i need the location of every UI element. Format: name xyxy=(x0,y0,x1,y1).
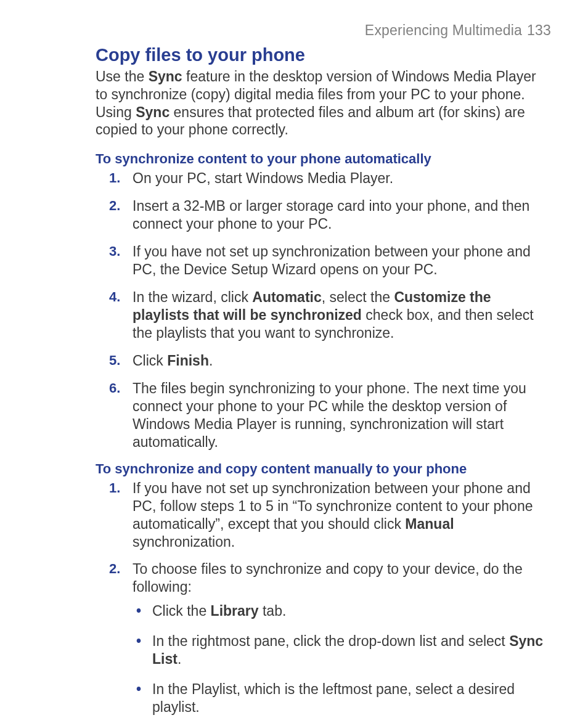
step-item: Insert a 32-MB or larger storage card in… xyxy=(96,197,551,233)
page-title: Copy files to your phone xyxy=(96,45,551,65)
manual-bold: Manual xyxy=(405,516,454,532)
step-text: If you have not set up synchronization b… xyxy=(133,243,531,277)
bullet-text: tab. xyxy=(259,603,287,619)
intro-sync-bold: Sync xyxy=(149,68,182,84)
bullet-item: In the rightmost pane, click the drop-do… xyxy=(133,632,551,668)
intro-sync-bold-2: Sync xyxy=(136,104,169,120)
step-text: On your PC, start Windows Media Player. xyxy=(133,170,393,186)
bullet-item: In the Playlist, which is the leftmost p… xyxy=(133,680,551,716)
running-header: Experiencing Multimedia133 xyxy=(96,22,551,39)
steps-list-auto: On your PC, start Windows Media Player. … xyxy=(96,170,551,451)
subheading-manual-sync: To synchronize and copy content manually… xyxy=(96,461,551,477)
intro-paragraph: Use the Sync feature in the desktop vers… xyxy=(96,68,551,139)
step-item: If you have not set up synchronization b… xyxy=(96,480,551,551)
bullet-item: Click the Library tab. xyxy=(133,602,551,620)
step-text: To choose files to synchronize and copy … xyxy=(133,561,523,595)
finish-bold: Finish xyxy=(167,353,209,369)
step-text: . xyxy=(209,353,213,369)
bullet-text: In the Playlist, which is the leftmost p… xyxy=(152,681,515,715)
steps-list-manual: If you have not set up synchronization b… xyxy=(96,480,551,717)
page-number: 133 xyxy=(527,22,551,38)
step-item: The files begin synchronizing to your ph… xyxy=(96,380,551,451)
subheading-auto-sync: To synchronize content to your phone aut… xyxy=(96,151,551,167)
step-item: To choose files to synchronize and copy … xyxy=(96,560,551,716)
automatic-bold: Automatic xyxy=(252,289,321,305)
manual-page: Experiencing Multimedia133 Copy files to… xyxy=(0,0,588,723)
step-item: On your PC, start Windows Media Player. xyxy=(96,170,551,187)
step-item: In the wizard, click Automatic, select t… xyxy=(96,288,551,342)
intro-text: Use the xyxy=(96,68,149,84)
step-item: Click Finish. xyxy=(96,352,551,370)
step-text: Insert a 32-MB or larger storage card in… xyxy=(133,198,529,232)
bullet-text: Click the xyxy=(152,603,211,619)
step-text: If you have not set up synchronization b… xyxy=(133,480,533,532)
step-text: Click xyxy=(133,353,167,369)
library-bold: Library xyxy=(211,603,259,619)
bullet-text: In the rightmost pane, click the drop-do… xyxy=(152,633,509,649)
step-text: synchronization. xyxy=(133,534,235,550)
step-text: In the wizard, click xyxy=(133,289,252,305)
sub-bullets: Click the Library tab. In the rightmost … xyxy=(133,602,551,716)
step-text: The files begin synchronizing to your ph… xyxy=(133,380,526,450)
step-text: , select the xyxy=(322,289,394,305)
bullet-text: . xyxy=(178,651,181,667)
section-name: Experiencing Multimedia xyxy=(365,22,522,38)
step-item: If you have not set up synchronization b… xyxy=(96,243,551,279)
